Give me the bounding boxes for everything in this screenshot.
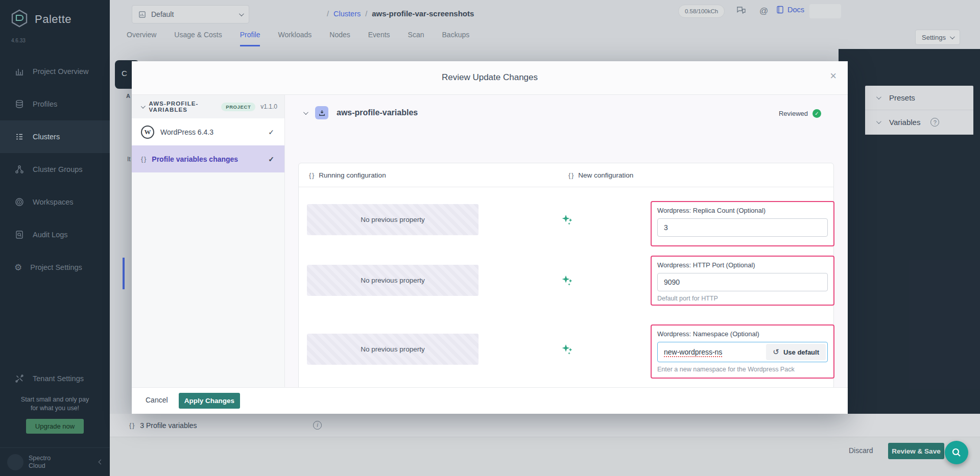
cancel-button[interactable]: Cancel — [146, 396, 168, 404]
braces-icon: { } — [568, 171, 573, 179]
modal-title: Review Update Changes — [132, 72, 848, 83]
check-circle-icon: ✓ — [812, 109, 821, 118]
modal-left-panel: AWS-PROFILE-VARIABLES PROJECT v1.1.0 W W… — [132, 95, 285, 387]
braces-icon: { } — [309, 171, 314, 179]
history-restore-icon: ↺ — [773, 347, 779, 357]
http-port-field-group: Wordpress: HTTP Port (Optional) Default … — [651, 256, 834, 306]
app-root: Palette 4.6.33 Project Overview Profiles… — [0, 0, 980, 476]
review-update-changes-modal: Review Update Changes × AWS-PROFILE-VARI… — [132, 61, 848, 414]
pack-item-label: Profile variables changes — [152, 155, 238, 163]
http-port-helper: Default port for HTTP — [657, 295, 828, 302]
magnifier-icon — [951, 447, 962, 458]
namespace-helper: Enter a new namespace for the Wordpress … — [657, 366, 828, 373]
replica-count-input[interactable] — [657, 218, 828, 237]
modal-header: Review Update Changes × — [132, 61, 848, 95]
reviewed-label: Reviewed — [779, 110, 808, 117]
no-previous-property-box: No previous property — [307, 265, 479, 296]
profile-group-header[interactable]: AWS-PROFILE-VARIABLES PROJECT v1.1.0 — [132, 95, 284, 118]
pack-item-wordpress[interactable]: W WordPress 6.4.3 ✓ — [132, 118, 284, 145]
profile-version: v1.1.0 — [260, 103, 277, 110]
apply-changes-button[interactable]: Apply Changes — [179, 393, 240, 409]
pack-item-label: WordPress 6.4.3 — [160, 128, 213, 136]
profile-variables-icon — [315, 106, 328, 119]
new-value-sparkle-icon — [561, 274, 574, 287]
http-port-label: Wordpress: HTTP Port (Optional) — [657, 261, 828, 269]
modal-main: aws-profile-variables Reviewed ✓ { } Run… — [285, 95, 848, 387]
pack-item-profile-variables[interactable]: { } Profile variables changes ✓ — [132, 145, 284, 172]
replica-count-label: Wordpress: Replica Count (Optional) — [657, 207, 828, 214]
support-widget-button[interactable] — [945, 441, 968, 464]
running-configuration-label: Running configuration — [319, 171, 386, 179]
namespace-label: Wordpress: Namespace (Optional) — [657, 330, 828, 338]
project-scope-badge: PROJECT — [221, 103, 255, 111]
close-icon[interactable]: × — [830, 69, 836, 83]
configuration-columns: { } Running configuration { } New config… — [299, 163, 833, 187]
section-title: aws-profile-variables — [337, 108, 418, 117]
check-icon: ✓ — [268, 155, 274, 163]
new-value-sparkle-icon — [561, 343, 574, 356]
wordpress-logo-icon: W — [141, 126, 154, 139]
use-default-label: Use default — [783, 348, 819, 356]
configuration-diff-card: { } Running configuration { } New config… — [298, 163, 834, 390]
new-value-sparkle-icon — [561, 213, 574, 227]
use-default-button[interactable]: ↺ Use default — [766, 344, 826, 360]
http-port-input[interactable] — [657, 273, 828, 291]
section-header: aws-profile-variables — [303, 106, 418, 119]
running-configuration-header: { } Running configuration — [309, 163, 386, 187]
profile-name: AWS-PROFILE-VARIABLES — [149, 101, 217, 113]
modal-footer: Cancel Apply Changes — [132, 387, 848, 414]
reviewed-status: Reviewed ✓ — [779, 109, 821, 118]
new-configuration-label: New configuration — [578, 171, 633, 179]
namespace-field-group: Wordpress: Namespace (Optional) new-word… — [651, 324, 834, 379]
replica-count-field-group: Wordpress: Replica Count (Optional) — [651, 201, 834, 246]
chevron-down-icon — [141, 104, 146, 108]
namespace-input[interactable]: new-wordpress-ns ↺ Use default — [657, 342, 828, 362]
no-previous-property-box: No previous property — [307, 204, 479, 235]
check-icon: ✓ — [268, 128, 274, 136]
new-configuration-header: { } New configuration — [568, 163, 633, 187]
chevron-down-icon[interactable] — [303, 110, 308, 115]
no-previous-property-box: No previous property — [307, 334, 479, 365]
namespace-value: new-wordpress-ns — [664, 348, 722, 356]
braces-icon: { } — [141, 155, 146, 163]
